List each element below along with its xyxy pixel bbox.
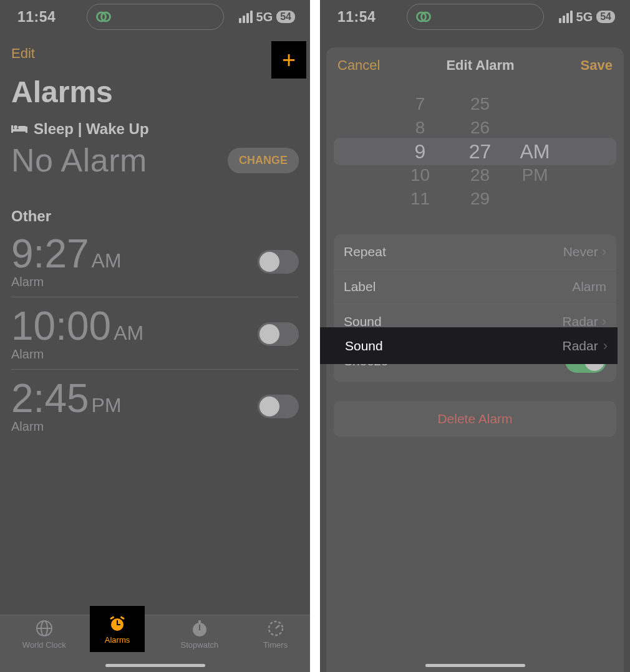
network-label: 5G [256,10,273,24]
row-label: Label [344,279,376,294]
dynamic-island[interactable] [87,4,224,30]
cancel-button[interactable]: Cancel [337,57,380,74]
alarm-toggle[interactable] [258,322,299,346]
edit-button[interactable]: Edit [11,46,35,62]
battery-badge: 54 [596,11,615,23]
highlight-add-button[interactable]: + [271,41,306,79]
other-section-header: Other [11,208,299,225]
signal-icon [559,11,573,23]
svg-rect-23 [110,616,115,620]
alarm-label: Alarm [11,347,143,362]
network-label: 5G [576,10,593,24]
status-bar: 11:54 5G 54 [320,0,630,34]
chevron-right-icon: › [603,338,608,354]
delete-alarm-button[interactable]: Delete Alarm [334,401,616,437]
svg-rect-16 [198,620,201,623]
tab-stopwatch[interactable]: Stopwatch [181,619,219,650]
alarm-time: 10:00 [11,306,111,346]
status-time: 11:54 [17,9,56,26]
stopwatch-icon [190,619,209,638]
highlight-alarms-tab[interactable]: Alarms [90,606,145,652]
status-right: 5G 54 [239,10,295,24]
alarm-row[interactable]: 9:27AM Alarm [11,225,299,297]
svg-rect-6 [18,126,26,129]
no-alarm-label: No Alarm [11,142,147,179]
repeat-row[interactable]: Repeat Never› [334,234,616,270]
tab-world-clock[interactable]: World Clock [22,619,66,650]
alarm-label: Alarm [11,275,122,289]
signal-icon [239,11,253,23]
change-button[interactable]: CHANGE [228,148,299,173]
svg-rect-3 [11,125,13,133]
tab-label: Stopwatch [181,640,219,650]
chevron-right-icon: › [602,244,606,260]
link-icon [415,8,432,26]
sheet-nav: Cancel Edit Alarm Save [326,47,624,84]
save-button[interactable]: Save [581,57,613,74]
svg-rect-24 [120,616,125,620]
sleep-section-header: Sleep | Wake Up [11,120,299,138]
status-right: 5G 54 [559,10,615,24]
tab-label: World Clock [22,640,66,650]
nav-bar: Edit + [0,34,310,69]
home-indicator[interactable] [425,664,525,667]
alarm-ampm: AM [92,251,122,271]
svg-line-19 [276,625,279,628]
alarm-time: 2:45 [11,378,89,418]
alarm-toggle[interactable] [258,395,299,418]
page-title: Alarms [0,69,310,120]
row-label: Repeat [344,244,386,259]
status-time: 11:54 [337,9,376,26]
link-icon [95,8,112,26]
bed-icon [11,123,27,135]
alarms-screen: 11:54 5G 54 Edit + Alarms Sleep | Wake U… [0,0,310,672]
edit-alarm-screen: 11:54 5G 54 Cancel Edit Alarm Save 7 8 9… [320,0,630,672]
sleep-header-label: Sleep | Wake Up [34,120,149,138]
sheet-title: Edit Alarm [446,57,514,74]
row-value: Never [563,244,598,259]
alarm-time: 9:27 [11,234,89,274]
globe-icon [35,619,54,638]
svg-rect-2 [11,129,27,132]
highlight-sound-row[interactable]: Sound Radar› [320,327,618,364]
time-picker[interactable]: 7 8 9 10 11 25 26 27 28 29 AM PM [326,86,624,217]
tab-bar: World Clock Alarms Stopwatch Timers [0,615,310,672]
svg-point-5 [14,125,17,129]
home-indicator[interactable] [105,664,205,667]
alarm-row[interactable]: 2:45PM Alarm [11,370,299,441]
alarm-ampm: PM [92,395,122,415]
battery-badge: 54 [276,11,295,23]
row-value: Alarm [572,279,606,294]
tab-label: Timers [263,640,288,650]
alarm-toggle[interactable] [258,250,299,274]
alarm-row[interactable]: 10:00AM Alarm [11,297,299,370]
dynamic-island[interactable] [407,4,544,30]
alarm-icon [108,614,127,633]
tab-timers[interactable]: Timers [263,619,288,650]
alarm-label: Alarm [11,420,122,434]
svg-rect-22 [117,624,120,625]
alarm-ampm: AM [114,323,143,343]
svg-rect-17 [199,625,200,630]
label-row[interactable]: Label Alarm [334,270,616,304]
timer-icon [266,619,285,638]
status-bar: 11:54 5G 54 [0,0,310,34]
